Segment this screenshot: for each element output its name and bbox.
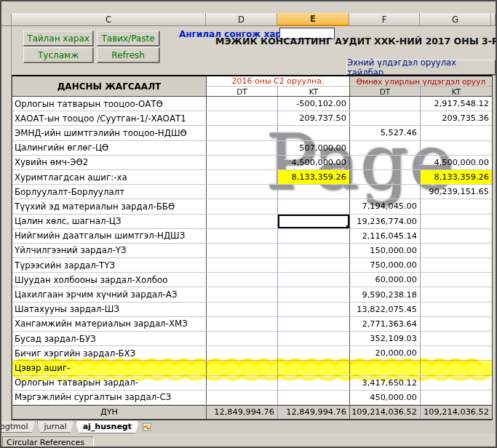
account-name-cell[interactable]: Хангамжийн материалын зардал-ХМЗ — [12, 317, 207, 331]
opening-balance-button[interactable]: Эхний үлдэгдэл оруулах тайлбар — [346, 60, 496, 75]
value-cell[interactable]: 5,527.46 — [350, 126, 421, 140]
value-cell[interactable]: 2,116,045.14 — [350, 229, 421, 243]
value-cell[interactable]: 8,133,359.26 — [278, 170, 350, 184]
column-header-g[interactable]: G — [420, 13, 491, 26]
value-cell[interactable] — [207, 361, 278, 375]
value-cell[interactable]: 4,500,000.00 — [278, 156, 350, 169]
accounts-header[interactable]: ДАНСНЫ ЖАГСААЛТ — [12, 76, 207, 96]
account-name-cell[interactable]: Шатахууны зардал-ШЗ — [12, 303, 207, 316]
account-name-cell[interactable]: Цахилгаан эрчим хүчний зардал-АЗ — [12, 287, 207, 301]
account-name-cell[interactable]: Хувийн өмч-ЭӨ2 — [12, 156, 207, 169]
account-name-cell[interactable]: Цалин хөлс, шагнал-ЦЗ — [12, 215, 207, 228]
value-cell[interactable] — [278, 332, 350, 345]
value-cell[interactable] — [278, 361, 350, 375]
row-header-strip[interactable] — [1, 26, 12, 421]
subheader-kt-2[interactable]: KT — [421, 87, 492, 96]
value-cell[interactable] — [421, 215, 492, 228]
column-header-e-selected[interactable]: E — [277, 13, 349, 26]
value-cell[interactable] — [278, 303, 350, 316]
account-name-cell[interactable]: Орлогын татварын тооцоо-ОАТӨ — [12, 97, 207, 111]
value-cell[interactable] — [207, 391, 278, 404]
select-all-corner[interactable] — [1, 13, 12, 26]
value-cell[interactable] — [421, 332, 492, 345]
total-label-cell[interactable]: ДҮН — [12, 406, 207, 419]
account-name-cell[interactable]: Үйлчилгээний зардал-ҮЗ — [12, 244, 207, 257]
sheet-tab-ogtmol[interactable]: ogtmol — [1, 421, 36, 433]
account-name-cell[interactable]: Борлуулалт-Борлуулалт — [12, 185, 207, 199]
account-name-cell[interactable]: Бусад зардал-БУЗ — [12, 332, 207, 345]
value-cell[interactable] — [350, 156, 421, 169]
value-cell[interactable]: 2,771,363.64 — [350, 317, 421, 331]
value-cell[interactable]: 4,500,000.00 — [421, 156, 492, 169]
value-cell[interactable]: 19,236,774.00 — [350, 215, 421, 228]
value-cell[interactable] — [207, 303, 278, 316]
value-cell[interactable]: 13,822,075.45 — [350, 303, 421, 316]
subheader-kt-1[interactable]: KT — [278, 87, 350, 96]
insert-sheet-icon[interactable] — [143, 423, 152, 431]
value-cell[interactable] — [278, 287, 350, 301]
value-cell[interactable] — [278, 229, 350, 243]
value-cell[interactable] — [350, 141, 421, 155]
value-cell[interactable] — [207, 126, 278, 140]
column-header-c[interactable]: C — [12, 13, 206, 26]
value-cell[interactable] — [207, 199, 278, 213]
value-cell[interactable] — [207, 170, 278, 184]
subheader-dt-1[interactable]: DT — [207, 87, 278, 96]
value-cell[interactable] — [207, 317, 278, 331]
value-cell[interactable]: 352,109.03 — [350, 332, 421, 345]
value-cell[interactable] — [421, 244, 492, 257]
value-cell[interactable]: 2,917,548.12 — [421, 97, 492, 111]
group-2016-header[interactable]: 2016 оны С2 оруулна. — [207, 76, 350, 87]
account-name-cell[interactable]: Хуримтлагдсан ашиг:-ха — [12, 170, 207, 184]
value-cell[interactable] — [278, 185, 350, 199]
value-cell[interactable]: 90,239,151.65 — [421, 185, 492, 199]
value-cell[interactable] — [207, 273, 278, 287]
value-cell[interactable] — [421, 303, 492, 316]
value-cell[interactable] — [207, 376, 278, 390]
column-header-f[interactable]: F — [349, 13, 420, 26]
value-cell[interactable]: 3,417,650.12 — [350, 376, 421, 390]
value-cell[interactable] — [350, 97, 421, 111]
value-cell[interactable] — [207, 332, 278, 345]
account-name-cell[interactable]: ХАОАТ-ын тооцоо /Суутган-1/-ХАОАТ1 — [12, 111, 207, 125]
value-cell[interactable] — [421, 141, 492, 155]
value-cell[interactable] — [278, 317, 350, 331]
column-header-d[interactable]: D — [206, 13, 277, 26]
subheader-dt-2[interactable]: DT — [350, 87, 421, 96]
account-name-cell[interactable]: Орлогын татварын зардал- — [12, 376, 207, 390]
sheet-tab-aj-husnegt-active[interactable]: aj_husnegt — [76, 421, 139, 433]
account-name-cell[interactable]: Мэргэжлийн сургалтын зардал-СЗ — [12, 391, 207, 404]
value-cell[interactable] — [207, 141, 278, 155]
value-cell[interactable] — [207, 185, 278, 199]
value-cell[interactable] — [421, 287, 492, 301]
value-cell[interactable] — [278, 244, 350, 257]
total-value-cell[interactable]: 12,849,994.76 — [278, 406, 350, 419]
value-cell[interactable] — [350, 170, 421, 184]
value-cell[interactable] — [421, 273, 492, 287]
value-cell[interactable] — [207, 346, 278, 360]
value-cell[interactable]: 7,194,045.00 — [350, 199, 421, 213]
value-cell[interactable] — [421, 229, 492, 243]
total-value-cell[interactable]: 109,214,036.52 — [350, 406, 421, 419]
value-cell[interactable] — [278, 346, 350, 360]
total-value-cell[interactable]: 109,214,036.52 — [421, 406, 492, 419]
view-report-button[interactable]: Тайлан харах — [23, 31, 93, 46]
value-cell[interactable]: 507,000.00 — [278, 141, 350, 155]
value-cell[interactable] — [207, 215, 278, 228]
help-button[interactable]: Тусламж — [23, 47, 93, 63]
value-cell[interactable]: 750,000.00 — [350, 258, 421, 272]
total-value-cell[interactable]: 12,849,994.76 — [207, 406, 278, 419]
account-name-cell[interactable]: Түүхий эд материалын зардал-ББӨ — [12, 199, 207, 213]
account-name-cell[interactable]: Цэвэр ашиг- — [12, 361, 207, 375]
value-cell[interactable] — [278, 126, 350, 140]
value-cell[interactable] — [350, 185, 421, 199]
value-cell[interactable] — [278, 391, 350, 404]
account-name-cell[interactable]: ЭМНД-ийн шимтгэлийн тооцоо-НДШӨ — [12, 126, 207, 140]
value-cell[interactable] — [421, 317, 492, 331]
value-cell[interactable] — [207, 111, 278, 125]
sheet-tab-jurnal[interactable]: jurnal — [37, 421, 74, 433]
value-cell[interactable]: 8,133,359.26 — [421, 170, 492, 184]
value-cell[interactable] — [278, 199, 350, 213]
group-prev-quarter-header[interactable]: Өмнөх улирлын үлдэгдэл оруул — [350, 76, 492, 87]
account-name-cell[interactable]: Түрээсийн зардал-ТҮЗ — [12, 258, 207, 272]
